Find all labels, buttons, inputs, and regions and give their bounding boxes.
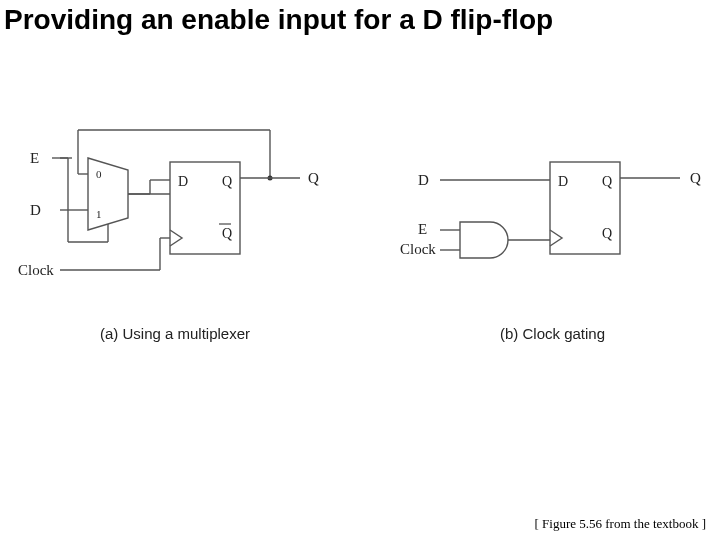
figure-a-svg: 0 1 D Q Q [0,110,360,330]
label-b-Clock: Clock [400,241,436,258]
ff-b-qb: Q [602,226,612,241]
label-a-D: D [30,202,41,219]
figure-source-note: [ Figure 5.56 from the textbook ] [535,516,707,532]
diagram-stage: 0 1 D Q Q [0,110,720,370]
ff-a-q: Q [222,174,232,189]
ff-a-d: D [178,174,188,189]
figure-b-svg: D Q Q [380,110,720,330]
mux-input-1: 1 [96,208,102,220]
ff-a-qbar: Q [222,226,232,241]
caption-b: (b) Clock gating [500,325,605,342]
label-b-E: E [418,221,427,238]
page-title: Providing an enable input for a D flip-f… [0,0,720,36]
mux-shape [88,158,128,230]
ff-b-q: Q [602,174,612,189]
label-a-E: E [30,150,39,167]
label-b-Qout: Q [690,170,701,187]
ff-b-d: D [558,174,568,189]
caption-a: (a) Using a multiplexer [100,325,250,342]
and-gate [460,222,508,258]
mux-input-0: 0 [96,168,102,180]
label-b-D: D [418,172,429,189]
label-a-Qout: Q [308,170,319,187]
label-a-Clock: Clock [18,262,54,279]
